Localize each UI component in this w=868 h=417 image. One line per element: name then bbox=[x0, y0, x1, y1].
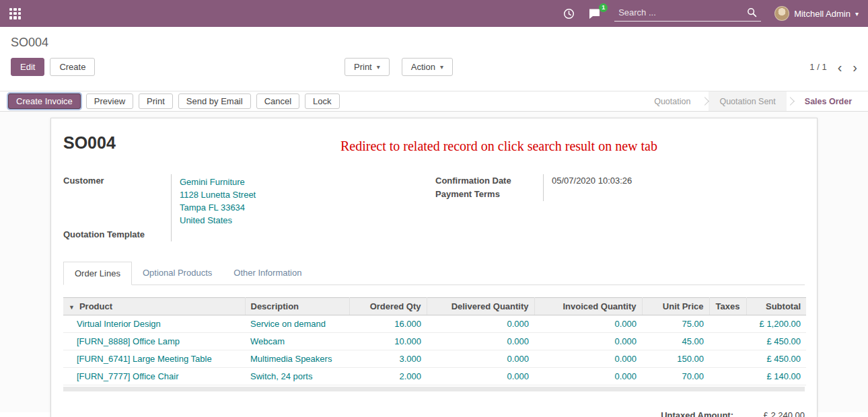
breadcrumb: SO004 bbox=[0, 27, 868, 52]
lock-button[interactable]: Lock bbox=[305, 93, 339, 109]
payment-terms-label: Payment Terms bbox=[435, 188, 543, 201]
cell-description[interactable]: Webcam bbox=[245, 333, 349, 350]
print-button[interactable]: Print bbox=[139, 93, 173, 109]
cell-delivered-qty[interactable]: 0.000 bbox=[427, 333, 534, 350]
column-toggle-icon[interactable]: ▼ bbox=[69, 304, 75, 311]
table-bottom-strip bbox=[63, 387, 805, 391]
cell-delivered-qty[interactable]: 0.000 bbox=[427, 350, 534, 368]
customer-name-link[interactable]: Gemini Furniture bbox=[180, 176, 433, 188]
cell-ordered-qty[interactable]: 3.000 bbox=[349, 350, 427, 368]
table-row[interactable]: [FURN_6741] Large Meeting Table Multimed… bbox=[63, 350, 806, 368]
tab-order-lines[interactable]: Order Lines bbox=[63, 262, 132, 285]
cell-invoiced-qty[interactable]: 0.000 bbox=[534, 333, 642, 350]
field-groups: Customer Gemini Furniture 1128 Lunetta S… bbox=[63, 174, 805, 241]
create-invoice-button[interactable]: Create Invoice bbox=[8, 93, 81, 109]
user-menu[interactable]: Mitchell Admin ▾ bbox=[774, 6, 859, 21]
status-step-sales-order[interactable]: Sales Order bbox=[794, 91, 863, 111]
right-field-group: Confirmation Date 05/07/2020 10:03:26 Pa… bbox=[435, 174, 805, 241]
annotation-text: Redirect to related record on click sear… bbox=[340, 139, 657, 154]
control-panel: Edit Create Print ▾ Action ▾ 1 / 1 ‹ › bbox=[0, 52, 868, 83]
cell-subtotal[interactable]: £ 140.00 bbox=[746, 368, 806, 385]
col-product-label: Product bbox=[79, 301, 112, 311]
totals: Untaxed Amount: £ 2,240.00 bbox=[63, 410, 805, 417]
cell-unit-price[interactable]: 150.00 bbox=[642, 350, 709, 368]
table-row[interactable]: [FURN_7777] Office Chair Switch, 24 port… bbox=[63, 368, 806, 385]
untaxed-amount-value: £ 2,240.00 bbox=[740, 410, 805, 417]
status-step-quotation[interactable]: Quotation bbox=[643, 91, 701, 111]
left-field-group: Customer Gemini Furniture 1128 Lunetta S… bbox=[63, 174, 433, 241]
customer-country[interactable]: United States bbox=[180, 214, 433, 227]
edit-button[interactable]: Edit bbox=[11, 58, 44, 76]
quotation-template-label: Quotation Template bbox=[63, 228, 171, 241]
chevron-right-icon bbox=[786, 97, 795, 106]
cell-product[interactable]: Virtual Interior Design bbox=[63, 315, 245, 333]
cell-unit-price[interactable]: 45.00 bbox=[642, 333, 709, 350]
cell-ordered-qty[interactable]: 16.000 bbox=[349, 315, 427, 333]
cell-ordered-qty[interactable]: 10.000 bbox=[349, 333, 427, 350]
cell-taxes[interactable] bbox=[709, 315, 746, 333]
top-navbar: 1 Mitchell Admin ▾ bbox=[0, 0, 868, 27]
cell-taxes[interactable] bbox=[709, 333, 746, 350]
cell-description[interactable]: Service on demand bbox=[245, 315, 349, 333]
cell-product[interactable]: [FURN_7777] Office Chair bbox=[63, 368, 245, 385]
action-menu-button[interactable]: Action ▾ bbox=[402, 58, 453, 76]
col-unit-price: Unit Price bbox=[642, 298, 709, 315]
chevron-down-icon: ▾ bbox=[377, 63, 380, 71]
action-menu-label: Action bbox=[411, 62, 435, 72]
cell-invoiced-qty[interactable]: 0.000 bbox=[534, 368, 642, 385]
cell-product[interactable]: [FURN_8888] Office Lamp bbox=[63, 333, 245, 350]
col-ordered-qty: Ordered Qty bbox=[349, 298, 427, 315]
col-invoiced-qty: Invoiced Quantity bbox=[534, 298, 642, 315]
table-row[interactable]: Virtual Interior Design Service on deman… bbox=[63, 315, 806, 333]
pager-next-icon[interactable]: › bbox=[853, 61, 857, 73]
table-header-row: ▼Product Description Ordered Qty Deliver… bbox=[63, 298, 806, 315]
notebook-tabs: Order Lines Optional Products Other Info… bbox=[63, 262, 805, 285]
cell-ordered-qty[interactable]: 2.000 bbox=[349, 368, 427, 385]
cell-subtotal[interactable]: £ 450.00 bbox=[746, 350, 806, 368]
status-steps: Quotation Quotation Sent Sales Order bbox=[643, 91, 868, 111]
send-by-email-button[interactable]: Send by Email bbox=[178, 93, 251, 109]
tab-optional-products[interactable]: Optional Products bbox=[132, 262, 223, 285]
search-icon[interactable] bbox=[747, 7, 757, 17]
tab-other-information[interactable]: Other Information bbox=[223, 262, 312, 285]
pager: 1 / 1 ‹ › bbox=[809, 61, 857, 73]
search-input[interactable] bbox=[618, 7, 747, 17]
customer-street[interactable]: 1128 Lunetta Street bbox=[180, 188, 433, 201]
chevron-down-icon: ▾ bbox=[440, 63, 443, 71]
cell-product[interactable]: [FURN_6741] Large Meeting Table bbox=[63, 350, 245, 368]
cell-invoiced-qty[interactable]: 0.000 bbox=[534, 315, 642, 333]
cell-taxes[interactable] bbox=[709, 350, 746, 368]
cell-description[interactable]: Multimedia Speakers bbox=[245, 350, 349, 368]
cell-unit-price[interactable]: 70.00 bbox=[642, 368, 709, 385]
customer-city[interactable]: Tampa FL 33634 bbox=[180, 201, 433, 214]
cell-invoiced-qty[interactable]: 0.000 bbox=[534, 350, 642, 368]
cell-delivered-qty[interactable]: 0.000 bbox=[427, 315, 534, 333]
payment-terms-value bbox=[543, 188, 805, 201]
cell-taxes[interactable] bbox=[709, 368, 746, 385]
untaxed-amount-label: Untaxed Amount: bbox=[661, 410, 733, 417]
activities-clock-icon[interactable] bbox=[563, 8, 575, 20]
create-button[interactable]: Create bbox=[50, 58, 95, 76]
apps-menu-icon[interactable] bbox=[9, 8, 21, 20]
status-step-quotation-sent[interactable]: Quotation Sent bbox=[709, 91, 786, 111]
quotation-template-value bbox=[171, 228, 433, 241]
col-subtotal: Subtotal bbox=[746, 298, 806, 315]
cell-delivered-qty[interactable]: 0.000 bbox=[427, 368, 534, 385]
print-menu-button[interactable]: Print ▾ bbox=[345, 58, 390, 76]
global-search[interactable] bbox=[614, 5, 761, 22]
sales-order-sheet: SO004 Redirect to related record on clic… bbox=[50, 118, 818, 417]
action-menus: Print ▾ Action ▾ bbox=[345, 58, 453, 76]
chevron-right-icon bbox=[701, 97, 710, 106]
cell-unit-price[interactable]: 75.00 bbox=[642, 315, 709, 333]
cancel-button[interactable]: Cancel bbox=[256, 93, 299, 109]
cell-subtotal[interactable]: £ 1,200.00 bbox=[746, 315, 806, 333]
form-view-container: SO004 Redirect to related record on clic… bbox=[0, 112, 868, 412]
user-name: Mitchell Admin bbox=[794, 9, 851, 19]
col-description: Description bbox=[245, 298, 349, 315]
pager-previous-icon[interactable]: ‹ bbox=[838, 61, 842, 73]
cell-description[interactable]: Switch, 24 ports bbox=[245, 368, 349, 385]
messages-icon[interactable]: 1 bbox=[588, 8, 601, 20]
preview-button[interactable]: Preview bbox=[86, 93, 133, 109]
table-row[interactable]: [FURN_8888] Office Lamp Webcam 10.000 0.… bbox=[63, 333, 806, 350]
cell-subtotal[interactable]: £ 450.00 bbox=[746, 333, 806, 350]
